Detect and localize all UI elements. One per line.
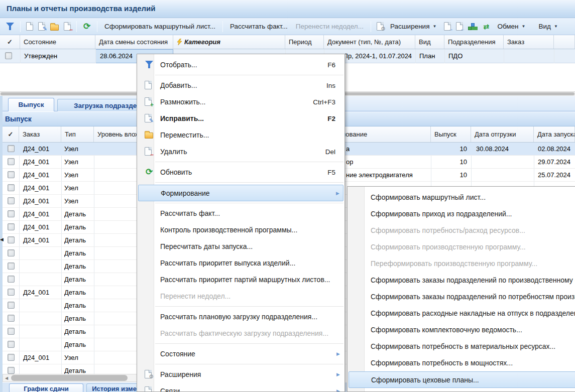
row-checkbox[interactable]: [8, 236, 15, 243]
column-header-Вид[interactable]: Вид: [415, 35, 444, 49]
row-checkbox[interactable]: [8, 184, 15, 191]
column-label: Дата отгрузки: [475, 130, 516, 138]
menu-item-размножить-[interactable]: Размножить...Ctrl+F3: [138, 94, 343, 110]
delete-document-icon[interactable]: [64, 22, 71, 31]
row-checkbox[interactable]: [8, 354, 15, 361]
cell-type: Деталь: [64, 341, 86, 348]
menu-item-удалить[interactable]: УдалитьDel: [138, 144, 343, 160]
menu-item-формирование[interactable]: Формирование▶: [138, 185, 343, 201]
menu-item-сформировать-график-сдачи-[interactable]: Сформировать график сдачи...: [349, 388, 575, 392]
column-header-Дата смены состояния[interactable]: Дата смены состояния: [95, 35, 173, 49]
cell-launch-date: 25.07.2024: [538, 171, 570, 179]
format-route-sheet-button[interactable]: Сформировать маршрутный лист...: [100, 23, 219, 30]
exchange-dropdown[interactable]: Обмен: [493, 23, 519, 30]
row-checkbox[interactable]: [8, 367, 15, 374]
column-header-Категория[interactable]: Категория: [173, 35, 285, 49]
menu-item-shortcut: F2: [327, 110, 335, 127]
edit-document-icon[interactable]: [38, 22, 45, 31]
column-header-Заказ[interactable]: Заказ: [19, 126, 61, 142]
menu-item-пересчитать-даты-запуска-[interactable]: Пересчитать даты запуска...: [138, 238, 343, 255]
column-header-Документ (тип, №, дата)[interactable]: Документ (тип, №, дата): [324, 35, 415, 49]
column-divider: [20, 49, 21, 63]
row-checkbox[interactable]: [8, 302, 15, 309]
chevron-down-icon: ▼: [522, 24, 526, 29]
cell-order: Д24_001: [23, 158, 49, 166]
row-checkbox[interactable]: [8, 210, 15, 217]
menu-item-исправить-[interactable]: Исправить...F2: [138, 110, 343, 127]
filter-icon[interactable]: [6, 22, 15, 31]
menu-item-сформировать-приход-из-подразделений-[interactable]: Сформировать приход из подразделений...: [349, 206, 575, 222]
menu-item-сформировать-комплектовочную-ведомость-[interactable]: Сформировать комплектовочную ведомость..…: [349, 322, 575, 338]
column-header-Дата запуска[interactable]: Дата запуска: [534, 126, 575, 142]
menu-item-сформировать-заказы-подразделений-по-пот[interactable]: Сформировать заказы подразделений по пот…: [349, 289, 575, 305]
column-header-empty[interactable]: [554, 35, 575, 49]
column-header-Состояние[interactable]: Состояние: [20, 35, 95, 49]
tab-vypusk[interactable]: Выпуск: [8, 98, 54, 111]
menu-item-рассчитать-приоритет-партий-маршрутных-л[interactable]: Рассчитать приоритет партий маршрутных л…: [138, 272, 343, 288]
column-header-Период[interactable]: Период: [285, 35, 324, 49]
row-checkbox[interactable]: [8, 341, 15, 348]
row-checkbox[interactable]: [8, 263, 15, 270]
row-checkbox[interactable]: [8, 315, 15, 322]
scrollbar-thumb[interactable]: [11, 375, 128, 381]
menu-item-состояние[interactable]: Состояние▶: [138, 346, 343, 362]
splitter-collapse-icon[interactable]: ◀: [0, 237, 4, 242]
menu-item-сформировать-потребность-в-материальных-[interactable]: Сформировать потребность в материальных …: [349, 338, 575, 355]
extensions-gear-icon[interactable]: [377, 22, 384, 31]
menu-item-рассчитать-плановую-загрузку-подразделен[interactable]: Рассчитать плановую загрузку подразделен…: [138, 309, 343, 325]
column-header-Выпуск[interactable]: Выпуск: [431, 126, 471, 142]
refresh-icon[interactable]: [82, 22, 91, 31]
cell-type: Деталь: [64, 367, 86, 374]
menu-item-переместить-[interactable]: Переместить...: [138, 127, 343, 144]
column-header-Подразделения[interactable]: Подразделения: [444, 35, 504, 49]
row-checkbox[interactable]: [5, 52, 12, 59]
cell-output: 10: [431, 145, 467, 153]
menu-item-рассчитать-приоритет-выпуска-изделий-[interactable]: Рассчитать приоритет выпуска изделий...: [138, 255, 343, 272]
row-checkbox[interactable]: [8, 289, 15, 296]
menu-item-контроль-производственной-программы-[interactable]: Контроль производственной программы...: [138, 222, 343, 238]
view-dropdown[interactable]: Вид: [535, 23, 552, 30]
add-document-icon[interactable]: [26, 22, 33, 31]
submenu-arrow-icon: ▶: [336, 383, 340, 392]
calc-fact-button[interactable]: Рассчитать факт...: [226, 23, 292, 30]
menu-item-расширения[interactable]: Расширения▶: [138, 366, 343, 383]
org-structure-icon[interactable]: [468, 23, 477, 31]
menu-item-связи[interactable]: Связи▶: [138, 383, 343, 392]
row-checkbox[interactable]: [8, 171, 15, 178]
import-document-icon[interactable]: [456, 22, 463, 31]
menu-item-shortcut: F5: [327, 164, 335, 181]
cell-type: Узел: [64, 171, 78, 179]
menu-item-сформировать-расходные-накладные-на-отпу[interactable]: Сформировать расходные накладные на отпу…: [349, 305, 575, 322]
plan-cell-state: Утвержден: [24, 52, 57, 60]
column-header-Дата отгрузки[interactable]: Дата отгрузки: [471, 126, 534, 142]
menu-item-label: Сформировать маршрутный лист...: [371, 189, 486, 206]
menu-item-сформировать-цеховые-планы-[interactable]: Сформировать цеховые планы...: [349, 371, 575, 388]
row-checkbox[interactable]: [8, 145, 15, 152]
column-header-Тип[interactable]: Тип: [61, 126, 94, 142]
row-checkbox[interactable]: [8, 276, 15, 283]
scroll-left-arrow-icon[interactable]: ◀: [5, 374, 8, 382]
menu-item-сформировать-заказы-подразделений-по-про[interactable]: Сформировать заказы подразделений по про…: [349, 272, 575, 289]
column-header-select[interactable]: ✓: [0, 35, 20, 49]
menu-item-сформировать-маршрутный-лист-[interactable]: Сформировать маршрутный лист...: [349, 189, 575, 206]
column-divider: [504, 49, 504, 63]
menu-item-сформировать-потребность-в-мощностях-[interactable]: Сформировать потребность в мощностях...: [349, 355, 575, 371]
row-checkbox[interactable]: [8, 223, 15, 230]
row-checkbox[interactable]: [8, 249, 15, 256]
column-header-select[interactable]: ✓: [3, 126, 19, 142]
row-checkbox[interactable]: [8, 328, 15, 335]
move-folder-icon[interactable]: [50, 25, 59, 31]
extensions-dropdown[interactable]: Расширения: [386, 23, 431, 30]
menu-item-отобрать-[interactable]: Отобрать...F6: [138, 57, 343, 73]
menu-item-обновить[interactable]: ОбновитьF5: [138, 164, 343, 181]
export-document-icon[interactable]: [444, 22, 451, 31]
exchange-icon[interactable]: [482, 22, 491, 31]
column-header-Заказ[interactable]: Заказ: [504, 35, 554, 49]
menu-item-рассчитать-факт-[interactable]: Рассчитать факт...: [138, 205, 343, 222]
row-checkbox[interactable]: [8, 197, 15, 204]
menu-item-добавить-[interactable]: Добавить...Ins: [138, 77, 343, 94]
cell-name: ние электродвигателя: [346, 171, 413, 179]
menu-item-label: Связи: [160, 383, 180, 392]
row-checkbox[interactable]: [8, 158, 15, 165]
tab-grafik-sdachi[interactable]: График сдачи: [9, 383, 83, 392]
